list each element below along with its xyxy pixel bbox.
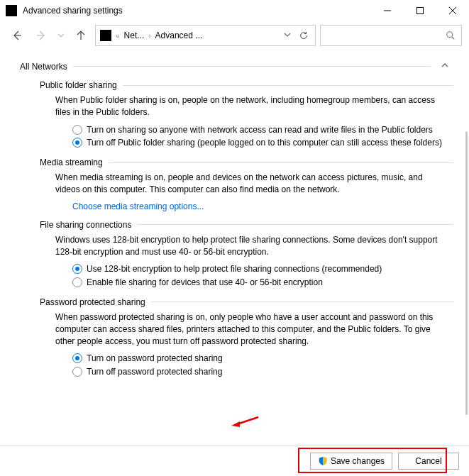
search-box[interactable] [320, 25, 462, 46]
option-label: Turn off password protected sharing [87, 366, 222, 378]
nav-toolbar: « Net... › Advanced ... [0, 21, 469, 50]
password-off-option[interactable]: Turn off password protected sharing [72, 366, 446, 378]
password-on-option[interactable]: Turn on password protected sharing [72, 353, 446, 365]
footer-bar: Save changes Cancel [0, 445, 469, 476]
scrollbar[interactable] [465, 131, 468, 415]
back-button[interactable] [7, 26, 27, 45]
media-streaming-header: Media streaming [40, 157, 453, 167]
breadcrumb-seg2[interactable]: Advanced ... [155, 31, 278, 40]
public-folder-label: Public folder sharing [40, 80, 117, 90]
password-sharing-desc: When password protected sharing is on, o… [55, 311, 446, 347]
minimize-button[interactable] [371, 0, 404, 21]
app-icon [6, 5, 17, 16]
cancel-button[interactable]: Cancel [398, 453, 459, 470]
radio-icon[interactable] [72, 353, 82, 363]
svg-point-7 [447, 32, 453, 38]
file-sharing-label: File sharing connections [40, 220, 131, 230]
collapse-icon[interactable] [436, 61, 453, 72]
address-bar[interactable]: « Net... › Advanced ... [95, 25, 316, 46]
option-label: Use 128-bit encryption to help protect f… [87, 263, 382, 275]
svg-line-8 [452, 37, 455, 40]
radio-icon[interactable] [72, 125, 82, 135]
forward-button[interactable] [31, 26, 51, 45]
file-sharing-header: File sharing connections [40, 220, 453, 230]
encryption-128-option[interactable]: Use 128-bit encryption to help protect f… [72, 263, 446, 275]
save-changes-button[interactable]: Save changes [310, 453, 392, 470]
media-streaming-desc: When media streaming is on, people and d… [55, 172, 446, 196]
option-label: Enable file sharing for devices that use… [87, 277, 323, 289]
public-folder-off-option[interactable]: Turn off Public folder sharing (people l… [72, 137, 446, 149]
recent-dropdown[interactable] [55, 26, 67, 45]
save-label: Save changes [331, 456, 385, 466]
content-pane: All Networks Public folder sharing When … [0, 50, 469, 445]
radio-icon[interactable] [72, 277, 82, 287]
titlebar: Advanced sharing settings [0, 0, 469, 21]
option-label: Turn off Public folder sharing (people l… [87, 137, 442, 149]
cancel-label: Cancel [415, 456, 441, 466]
divider [73, 66, 431, 67]
close-button[interactable] [436, 0, 469, 21]
up-button[interactable] [71, 26, 91, 45]
option-label: Turn on password protected sharing [87, 353, 223, 365]
address-dropdown[interactable] [281, 31, 294, 40]
search-icon [446, 31, 456, 40]
divider [137, 224, 453, 225]
radio-icon[interactable] [72, 264, 82, 274]
breadcrumb-seg1[interactable]: Net... [124, 31, 145, 40]
option-label: Turn on sharing so anyone with network a… [87, 124, 433, 136]
radio-icon[interactable] [72, 367, 82, 377]
public-folder-desc: When Public folder sharing is on, people… [55, 94, 446, 118]
profile-label: All Networks [20, 62, 67, 72]
svg-rect-1 [417, 8, 424, 14]
refresh-button[interactable] [297, 26, 311, 45]
public-folder-header: Public folder sharing [40, 80, 453, 90]
public-folder-on-option[interactable]: Turn on sharing so anyone with network a… [72, 124, 446, 136]
chevron-icon: « [114, 32, 121, 40]
location-icon [100, 30, 111, 41]
divider [123, 85, 453, 86]
file-sharing-desc: Windows uses 128-bit encryption to help … [55, 234, 446, 258]
divider [109, 162, 453, 163]
shield-icon [318, 456, 328, 466]
profile-header-all-networks[interactable]: All Networks [20, 61, 453, 72]
window-title: Advanced sharing settings [23, 6, 371, 16]
encryption-40-56-option[interactable]: Enable file sharing for devices that use… [72, 277, 446, 289]
radio-icon[interactable] [72, 138, 82, 148]
password-sharing-label: Password protected sharing [40, 297, 145, 307]
chevron-right-icon: › [147, 32, 152, 40]
maximize-button[interactable] [404, 0, 436, 21]
divider [151, 301, 453, 302]
media-streaming-label: Media streaming [40, 157, 103, 167]
password-sharing-header: Password protected sharing [40, 297, 453, 307]
media-streaming-link[interactable]: Choose media streaming options... [72, 201, 446, 211]
